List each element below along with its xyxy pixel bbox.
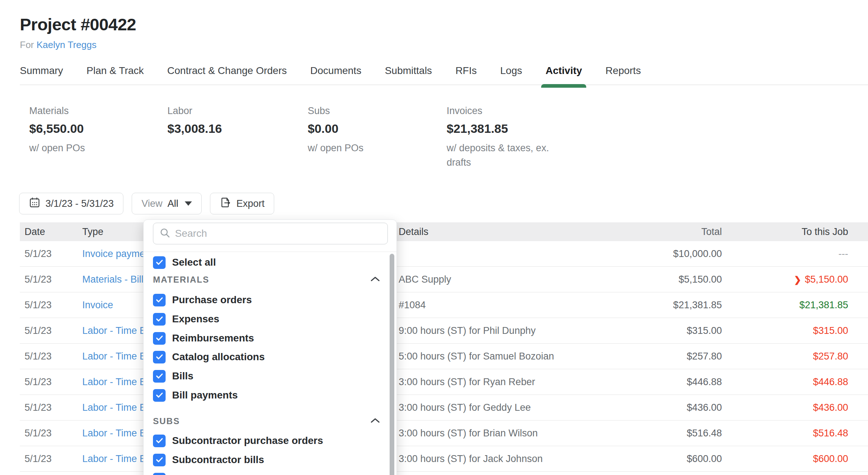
option-label: Subcontractor bills (172, 454, 264, 466)
for-label: For (20, 39, 34, 50)
page-title: Project #00422 (20, 14, 868, 34)
tab-summary[interactable]: Summary (20, 65, 63, 77)
option-subcontractor-bill-payments[interactable]: Subcontractor bill payments (153, 471, 308, 475)
calendar-icon (29, 197, 40, 211)
cell-to-this-job: --- (722, 248, 848, 260)
view-label: View (141, 198, 162, 209)
select-all-label: Select all (172, 257, 216, 268)
cell-to-this-job: $446.88 (722, 376, 848, 388)
search-box[interactable] (153, 223, 388, 244)
cell-details: 3:00 hours (ST) for Ryan Reber (399, 376, 597, 388)
export-button[interactable]: Export (210, 193, 274, 214)
col-header-date: Date (20, 226, 82, 238)
option-label: Reimbursements (172, 332, 254, 344)
tab-reports[interactable]: Reports (605, 65, 641, 77)
section-header-materials: MATERIALS (153, 275, 380, 285)
stat-subs: Subs $0.00 w/ open POs (308, 105, 447, 170)
option-label: Subcontractor purchase orders (172, 435, 323, 446)
checkbox-checked-icon[interactable] (153, 313, 166, 326)
checkbox-checked-icon[interactable] (153, 389, 166, 402)
type-link[interactable]: Invoice (82, 300, 113, 310)
stat-value: $3,008.16 (167, 122, 308, 136)
summary-stats: Materials $6,550.00 w/ open POs Labor $3… (29, 105, 868, 170)
checkbox-checked-icon[interactable] (153, 435, 166, 447)
option-label: Bills (172, 370, 193, 382)
option-label: Bill payments (172, 389, 238, 401)
select-all-option[interactable]: Select all (153, 254, 216, 270)
cell-total: $446.88 (597, 376, 722, 388)
stat-note: w/ open POs (308, 141, 447, 155)
cell-date: 5/1/23 (20, 274, 82, 285)
export-label: Export (236, 198, 264, 209)
tab-activity[interactable]: Activity (545, 65, 582, 77)
view-filter-panel: Select all MATERIALS Purchase orders Exp… (143, 219, 397, 475)
checkbox-checked-icon[interactable] (153, 351, 166, 363)
option-catalog-allocations[interactable]: Catalog allocations (153, 349, 265, 365)
cell-total: $516.48 (597, 428, 722, 439)
option-expenses[interactable]: Expenses (153, 311, 219, 327)
tab-documents[interactable]: Documents (310, 65, 361, 77)
date-range-value: 3/1/23 - 5/31/23 (45, 198, 114, 209)
activity-toolbar: 3/1/23 - 5/31/23 View All Export (19, 193, 868, 214)
cell-details: #1084 (399, 300, 597, 311)
cell-to-this-job: $21,381.85 (722, 300, 848, 311)
cell-date: 5/1/23 (20, 402, 82, 413)
checkbox-checked-icon[interactable] (153, 473, 166, 475)
panel-divider (144, 252, 396, 252)
cell-total: $315.00 (597, 325, 722, 336)
view-filter-button[interactable]: View All (132, 193, 202, 214)
cell-to-this-job: $516.48 (722, 428, 848, 439)
client-link[interactable]: Kaelyn Treggs (36, 39, 96, 50)
tab-logs[interactable]: Logs (500, 65, 522, 77)
checkbox-checked-icon[interactable] (153, 256, 166, 269)
cell-details: 5:00 hours (ST) for Samuel Bozoian (399, 351, 597, 362)
tab-submittals[interactable]: Submittals (385, 65, 432, 77)
section-title: SUBS (153, 416, 180, 426)
search-icon (160, 228, 170, 239)
cell-total: $257.80 (597, 351, 722, 362)
checkbox-checked-icon[interactable] (153, 370, 166, 383)
search-input[interactable] (175, 228, 381, 239)
checkbox-checked-icon[interactable] (153, 294, 166, 306)
cell-details: 3:00 hours (ST) for Geddy Lee (399, 402, 597, 413)
type-link[interactable]: Materials - Bill (82, 274, 144, 285)
col-header-to-this-job: To this Job (722, 226, 848, 238)
option-subcontractor-purchase-orders[interactable]: Subcontractor purchase orders (153, 433, 323, 449)
collapse-chevron-icon[interactable] (371, 276, 380, 283)
cell-date: 5/1/23 (20, 248, 82, 260)
option-subcontractor-bills[interactable]: Subcontractor bills (153, 452, 264, 468)
cell-date: 5/1/23 (20, 300, 82, 311)
tab-plan-track[interactable]: Plan & Track (87, 65, 144, 77)
cell-to-this-job: $257.80 (722, 351, 848, 362)
export-icon (220, 197, 231, 211)
tab-contract-change-orders[interactable]: Contract & Change Orders (167, 65, 287, 77)
type-link[interactable]: Invoice payment (82, 248, 153, 259)
option-label: Catalog allocations (172, 351, 265, 363)
cell-date: 5/1/23 (20, 351, 82, 362)
stat-label: Invoices (447, 105, 555, 117)
section-title: MATERIALS (153, 275, 209, 285)
stat-value: $0.00 (308, 122, 447, 136)
stat-note: w/ deposits & taxes, ex. drafts (447, 141, 555, 170)
option-bill-payments[interactable]: Bill payments (153, 387, 238, 403)
cell-details: 3:00 hours (ST) for Jack Johnson (399, 453, 597, 465)
checkbox-checked-icon[interactable] (153, 332, 166, 345)
red-chevron-icon: ❯ (794, 275, 801, 284)
stat-note: w/ open POs (29, 141, 167, 155)
collapse-chevron-icon[interactable] (371, 418, 380, 424)
project-byline: For Kaelyn Treggs (20, 39, 868, 51)
option-reimbursements[interactable]: Reimbursements (153, 330, 254, 346)
option-bills[interactable]: Bills (153, 368, 193, 384)
cell-date: 5/1/23 (20, 453, 82, 465)
panel-scrollbar-thumb[interactable] (390, 254, 394, 475)
tab-rfis[interactable]: RFIs (455, 65, 477, 77)
cell-details: ABC Supply (399, 274, 597, 285)
stat-labor: Labor $3,008.16 (167, 105, 308, 170)
section-header-subs: SUBS (153, 416, 380, 426)
option-label: Subcontractor bill payments (172, 473, 308, 475)
checkbox-checked-icon[interactable] (153, 454, 166, 466)
cell-date: 5/1/23 (20, 325, 82, 336)
col-header-details: Details (399, 226, 597, 238)
date-range-button[interactable]: 3/1/23 - 5/31/23 (19, 193, 123, 214)
option-purchase-orders[interactable]: Purchase orders (153, 292, 252, 308)
